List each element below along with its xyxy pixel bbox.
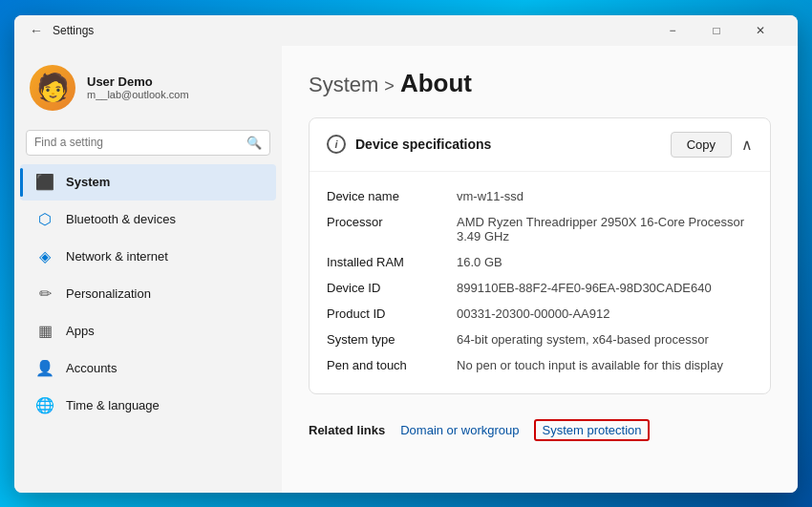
sidebar-item-personalization[interactable]: ✏ Personalization (20, 276, 276, 312)
sidebar-item-system-label: System (66, 175, 110, 189)
related-links-label: Related links (309, 423, 385, 437)
sidebar-item-apps-label: Apps (66, 324, 95, 338)
table-row: System type 64-bit operating system, x64… (327, 327, 753, 352)
page-header: System > About (309, 69, 771, 98)
spec-value: 16.0 GB (457, 255, 753, 269)
sidebar-item-bluetooth-label: Bluetooth & devices (66, 212, 176, 226)
info-icon: i (327, 135, 346, 154)
sidebar-item-time-label: Time & language (66, 398, 160, 412)
spec-label: Processor (327, 215, 441, 229)
close-button[interactable]: ✕ (738, 15, 782, 46)
spec-label: Pen and touch (327, 358, 441, 372)
bluetooth-icon: ⬡ (35, 210, 54, 229)
user-email: m__lab@outlook.com (87, 89, 189, 100)
title-bar: ← Settings − □ ✕ (14, 15, 798, 46)
sidebar-item-accounts[interactable]: 👤 Accounts (20, 350, 276, 387)
nav-list: ⬛ System ⬡ Bluetooth & devices ◈ Network… (14, 163, 282, 493)
search-icon: 🔍 (246, 136, 262, 150)
time-icon: 🌐 (35, 396, 54, 415)
chevron-up-icon: ∧ (741, 136, 753, 154)
spec-label: Installed RAM (327, 255, 441, 269)
table-row: Installed RAM 16.0 GB (327, 249, 753, 275)
window-title: Settings (53, 24, 94, 37)
network-icon: ◈ (35, 247, 54, 266)
accounts-icon: 👤 (35, 359, 54, 378)
user-name: User Demo (87, 74, 189, 89)
spec-table: Device name vm-w11-ssd Processor AMD Ryz… (310, 172, 770, 393)
personalization-icon: ✏ (35, 285, 54, 304)
sidebar: 🧑 User Demo m__lab@outlook.com 🔍 ⬛ Syste… (14, 46, 282, 493)
spec-label: Device ID (327, 281, 441, 295)
apps-icon: ▦ (35, 322, 54, 341)
domain-workgroup-link[interactable]: Domain or workgroup (400, 423, 519, 437)
settings-window: ← Settings − □ ✕ 🧑 User Demo m__lab@outl… (14, 15, 798, 493)
device-specs-card: i Device specifications Copy ∧ Device na… (309, 117, 771, 394)
minimize-button[interactable]: − (651, 15, 694, 46)
sidebar-item-network-label: Network & internet (66, 249, 168, 264)
card-header[interactable]: i Device specifications Copy ∧ (310, 118, 770, 172)
breadcrumb-arrow: > (384, 76, 395, 96)
spec-label: Device name (327, 189, 441, 203)
search-box[interactable]: 🔍 (26, 130, 270, 156)
spec-label: System type (327, 332, 441, 347)
sidebar-item-personalization-label: Personalization (66, 286, 151, 301)
main-content: System > About i Device specifications C… (282, 46, 798, 493)
card-header-left: i Device specifications (327, 135, 491, 154)
spec-value: vm-w11-ssd (457, 189, 753, 203)
system-protection-link[interactable]: System protection (534, 419, 649, 441)
related-links: Related links Domain or workgroup System… (309, 410, 771, 451)
maximize-button[interactable]: □ (694, 15, 738, 46)
table-row: Pen and touch No pen or touch input is a… (327, 352, 753, 378)
spec-value: 00331-20300-00000-AA912 (457, 306, 753, 321)
spec-value: 64-bit operating system, x64-based proce… (457, 332, 753, 347)
spec-label: Product ID (327, 306, 441, 321)
sidebar-item-accounts-label: Accounts (66, 361, 117, 375)
table-row: Device name vm-w11-ssd (327, 183, 753, 209)
breadcrumb-system: System (309, 73, 378, 97)
table-row: Processor AMD Ryzen Threadripper 2950X 1… (327, 209, 753, 249)
sidebar-item-time[interactable]: 🌐 Time & language (20, 388, 276, 424)
title-bar-left: ← Settings (30, 23, 94, 38)
window-controls: − □ ✕ (651, 15, 782, 46)
spec-value: 899110EB-88F2-4FE0-96EA-98D30CADE640 (457, 281, 753, 295)
breadcrumb-about: About (400, 69, 472, 98)
sidebar-item-system[interactable]: ⬛ System (20, 164, 276, 201)
sidebar-item-apps[interactable]: ▦ Apps (20, 313, 276, 349)
table-row: Product ID 00331-20300-00000-AA912 (327, 301, 753, 327)
card-header-right: Copy ∧ (671, 132, 753, 158)
table-row: Device ID 899110EB-88F2-4FE0-96EA-98D30C… (327, 275, 753, 301)
sidebar-item-bluetooth[interactable]: ⬡ Bluetooth & devices (20, 201, 276, 238)
sidebar-item-network[interactable]: ◈ Network & internet (20, 239, 276, 275)
system-icon: ⬛ (35, 173, 54, 192)
content-area: 🧑 User Demo m__lab@outlook.com 🔍 ⬛ Syste… (14, 46, 798, 493)
avatar: 🧑 (30, 65, 75, 111)
spec-value: AMD Ryzen Threadripper 2950X 16-Core Pro… (457, 215, 753, 243)
avatar-icon: 🧑 (36, 72, 70, 103)
spec-value: No pen or touch input is available for t… (457, 358, 753, 372)
card-title: Device specifications (355, 137, 491, 152)
search-input[interactable] (34, 136, 241, 149)
user-info: User Demo m__lab@outlook.com (87, 74, 189, 100)
user-section: 🧑 User Demo m__lab@outlook.com (14, 53, 282, 126)
back-button[interactable]: ← (30, 23, 43, 38)
copy-button[interactable]: Copy (671, 132, 732, 158)
